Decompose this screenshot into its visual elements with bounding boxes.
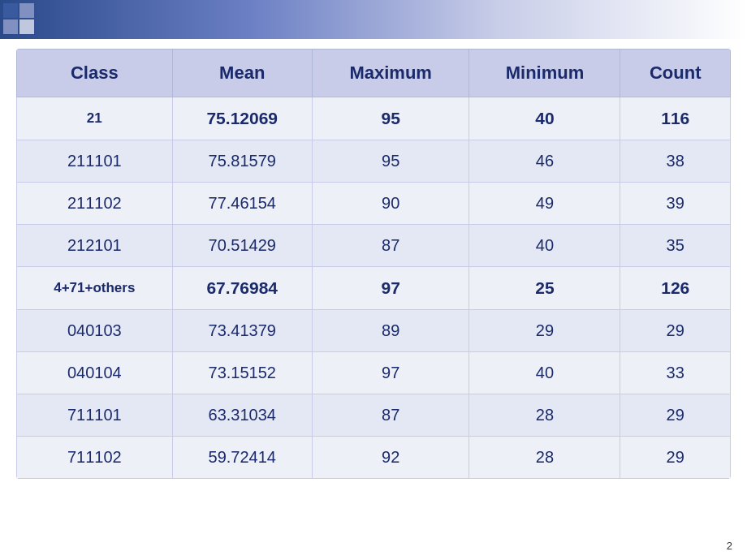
cell-maximum: 90 [312, 183, 469, 225]
table-row: 4+71+others67.769849725126 [17, 267, 731, 310]
table-row: 2175.120699540116 [17, 97, 731, 140]
page-number: 2 [727, 540, 732, 552]
cell-count: 29 [620, 437, 731, 479]
decorative-squares [3, 3, 39, 34]
cell-mean: 75.81579 [172, 140, 312, 183]
square-2 [19, 3, 34, 18]
cell-minimum: 46 [469, 140, 620, 183]
cell-mean: 75.12069 [172, 97, 312, 140]
col-count: Count [620, 50, 731, 97]
data-table: Class Mean Maximum Minimum Count 2175.12… [16, 49, 731, 479]
square-1 [3, 3, 18, 18]
table-row: 71110163.31034872829 [17, 394, 731, 437]
cell-minimum: 29 [469, 310, 620, 352]
table-row: 04010473.15152974033 [17, 352, 731, 394]
cell-class: 040104 [17, 352, 173, 394]
cell-minimum: 40 [469, 352, 620, 394]
cell-count: 39 [620, 183, 731, 225]
square-4 [19, 19, 34, 34]
cell-minimum: 40 [469, 97, 620, 140]
cell-count: 29 [620, 310, 731, 352]
cell-mean: 63.31034 [172, 394, 312, 437]
cell-minimum: 40 [469, 225, 620, 267]
cell-mean: 73.41379 [172, 310, 312, 352]
header-bar [0, 0, 747, 39]
col-class: Class [17, 50, 173, 97]
table-row: 21210170.51429874035 [17, 225, 731, 267]
cell-maximum: 92 [312, 437, 469, 479]
cell-class: 4+71+others [17, 267, 173, 310]
cell-count: 38 [620, 140, 731, 183]
cell-count: 126 [620, 267, 731, 310]
cell-mean: 59.72414 [172, 437, 312, 479]
cell-class: 711102 [17, 437, 173, 479]
cell-class: 212101 [17, 225, 173, 267]
cell-mean: 67.76984 [172, 267, 312, 310]
cell-maximum: 87 [312, 225, 469, 267]
cell-maximum: 89 [312, 310, 469, 352]
cell-maximum: 87 [312, 394, 469, 437]
cell-minimum: 25 [469, 267, 620, 310]
col-maximum: Maximum [312, 50, 469, 97]
cell-mean: 70.51429 [172, 225, 312, 267]
cell-maximum: 97 [312, 267, 469, 310]
table-row: 21110277.46154904939 [17, 183, 731, 225]
cell-class: 211102 [17, 183, 173, 225]
table-header-row: Class Mean Maximum Minimum Count [17, 50, 731, 97]
table-row: 21110175.81579954638 [17, 140, 731, 183]
table-container: Class Mean Maximum Minimum Count 2175.12… [16, 49, 731, 528]
square-3 [3, 19, 18, 34]
cell-minimum: 28 [469, 437, 620, 479]
cell-mean: 73.15152 [172, 352, 312, 394]
cell-count: 35 [620, 225, 731, 267]
cell-minimum: 49 [469, 183, 620, 225]
cell-maximum: 95 [312, 140, 469, 183]
col-mean: Mean [172, 50, 312, 97]
cell-class: 040103 [17, 310, 173, 352]
cell-class: 711101 [17, 394, 173, 437]
cell-maximum: 95 [312, 97, 469, 140]
col-minimum: Minimum [469, 50, 620, 97]
table-row: 04010373.41379892929 [17, 310, 731, 352]
cell-mean: 77.46154 [172, 183, 312, 225]
cell-class: 21 [17, 97, 173, 140]
cell-count: 116 [620, 97, 731, 140]
cell-class: 211101 [17, 140, 173, 183]
cell-minimum: 28 [469, 394, 620, 437]
table-row: 71110259.72414922829 [17, 437, 731, 479]
cell-maximum: 97 [312, 352, 469, 394]
cell-count: 29 [620, 394, 731, 437]
cell-count: 33 [620, 352, 731, 394]
